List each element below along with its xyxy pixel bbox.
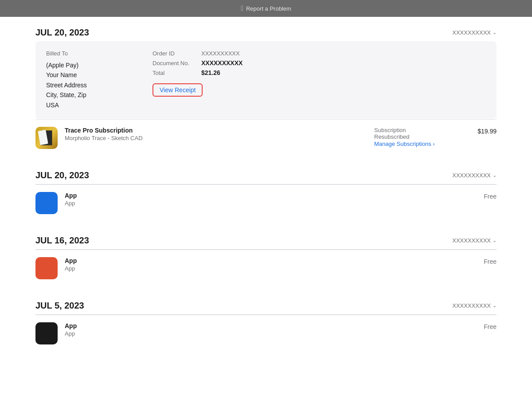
line-item-subtitle-blue: App	[65, 200, 463, 207]
line-item-black-app: App App Free	[35, 315, 497, 352]
date-header-4: JUL 5, 2023 XXXXXXXXXX ⌄	[35, 301, 497, 311]
billed-to-label: Billed To	[46, 50, 135, 57]
line-item-meta-trace: Subscription Resubscribed Manage Subscri…	[374, 127, 463, 147]
line-item-info-black: App App	[65, 322, 463, 337]
line-item-name-red: App	[65, 257, 463, 264]
line-item-blue-app: App App Free	[35, 184, 497, 221]
receipt-grid: Billed To (Apple Pay) Your Name Street A…	[46, 50, 486, 110]
total-label: Total	[153, 70, 201, 76]
line-item-name-blue: App	[65, 192, 463, 199]
billing-country: USA	[46, 100, 135, 110]
date-header-2: JUL 20, 2023 XXXXXXXXXX ⌄	[35, 170, 497, 180]
manage-subscriptions-link[interactable]: Manage Subscriptions ›	[374, 141, 435, 147]
chevron-down-icon-4: ⌄	[493, 303, 497, 309]
titlebar:  Report a Problem	[0, 0, 532, 17]
line-item-info-blue: App App	[65, 192, 463, 207]
order-id-header-text-1: XXXXXXXXXX	[452, 29, 491, 36]
purchase-group-2: JUL 20, 2023 XXXXXXXXXX ⌄ App App Free	[35, 170, 497, 221]
line-item-trace: Trace Pro Subscription Morpholio Trace -…	[35, 119, 497, 156]
line-item-info-red: App App	[65, 257, 463, 272]
line-item-price-red: Free	[470, 257, 497, 265]
order-id-header-text-2: XXXXXXXXXX	[452, 172, 491, 179]
app-icon-black	[35, 322, 58, 344]
line-item-price-black: Free	[470, 322, 497, 330]
billing-street: Street Address	[46, 80, 135, 90]
chevron-down-icon-1: ⌄	[493, 30, 497, 35]
app-icon-trace	[35, 127, 58, 149]
line-item-info-trace: Trace Pro Subscription Morpholio Trace -…	[65, 127, 349, 141]
date-header-3: JUL 16, 2023 XXXXXXXXXX ⌄	[35, 235, 497, 246]
purchase-group-1: JUL 20, 2023 XXXXXXXXXX ⌄ Billed To (App…	[35, 27, 497, 156]
line-item-subtitle-trace: Morpholio Trace - Sketch CAD	[65, 135, 349, 141]
total-field: Total $21.26	[153, 69, 486, 76]
billing-city-state-zip: City, State, Zip	[46, 90, 135, 100]
date-label-3: JUL 16, 2023	[35, 235, 89, 246]
date-label-1: JUL 20, 2023	[35, 27, 89, 38]
order-id-header-2[interactable]: XXXXXXXXXX ⌄	[452, 172, 497, 179]
titlebar-title: Report a Problem	[246, 5, 291, 12]
apple-logo-icon: 	[241, 4, 243, 12]
view-receipt-button[interactable]: View Receipt	[153, 83, 203, 97]
payment-method: (Apple Pay)	[46, 60, 135, 70]
meta-label-trace: Subscription	[374, 127, 463, 133]
line-item-price-trace: $19.99	[470, 127, 497, 135]
receipt-card: Billed To (Apple Pay) Your Name Street A…	[35, 41, 497, 119]
document-no-label: Document No.	[153, 60, 201, 66]
app-icon-blue	[35, 192, 58, 214]
document-no-field: Document No. XXXXXXXXXX	[153, 59, 486, 66]
order-id-label: Order ID	[153, 50, 201, 57]
line-item-subtitle-black: App	[65, 330, 463, 337]
date-label-4: JUL 5, 2023	[35, 301, 84, 311]
chevron-down-icon-2: ⌄	[493, 172, 497, 178]
line-item-price-blue: Free	[470, 192, 497, 200]
line-item-name-trace: Trace Pro Subscription	[65, 127, 349, 134]
chevron-down-icon-3: ⌄	[493, 238, 497, 243]
line-item-subtitle-red: App	[65, 265, 463, 272]
order-id-header-4[interactable]: XXXXXXXXXX ⌄	[452, 302, 497, 309]
purchase-group-4: JUL 5, 2023 XXXXXXXXXX ⌄ App App Free	[35, 301, 497, 352]
document-no-value: XXXXXXXXXX	[201, 59, 243, 66]
billed-to-section: Billed To (Apple Pay) Your Name Street A…	[46, 50, 135, 110]
meta-sublabel-trace: Resubscribed	[374, 133, 463, 140]
line-item-name-black: App	[65, 322, 463, 329]
date-header-1: JUL 20, 2023 XXXXXXXXXX ⌄	[35, 27, 497, 38]
date-label-2: JUL 20, 2023	[35, 170, 89, 180]
total-value: $21.26	[201, 69, 220, 76]
order-id-header-3[interactable]: XXXXXXXXXX ⌄	[452, 237, 497, 244]
order-details-section: Order ID XXXXXXXXXX Document No. XXXXXXX…	[153, 50, 486, 110]
billing-name: Your Name	[46, 70, 135, 80]
order-id-header-1[interactable]: XXXXXXXXXX ⌄	[452, 29, 497, 36]
order-id-header-text-4: XXXXXXXXXX	[452, 302, 491, 309]
app-icon-red	[35, 257, 58, 279]
line-item-red-app: App App Free	[35, 250, 497, 286]
order-id-header-text-3: XXXXXXXXXX	[452, 237, 491, 244]
billed-to-info: (Apple Pay) Your Name Street Address Cit…	[46, 60, 135, 110]
main-content: JUL 20, 2023 XXXXXXXXXX ⌄ Billed To (App…	[0, 17, 532, 376]
order-id-value: XXXXXXXXXX	[201, 50, 240, 57]
purchase-group-3: JUL 16, 2023 XXXXXXXXXX ⌄ App App Free	[35, 235, 497, 286]
order-id-field: Order ID XXXXXXXXXX	[153, 50, 486, 57]
